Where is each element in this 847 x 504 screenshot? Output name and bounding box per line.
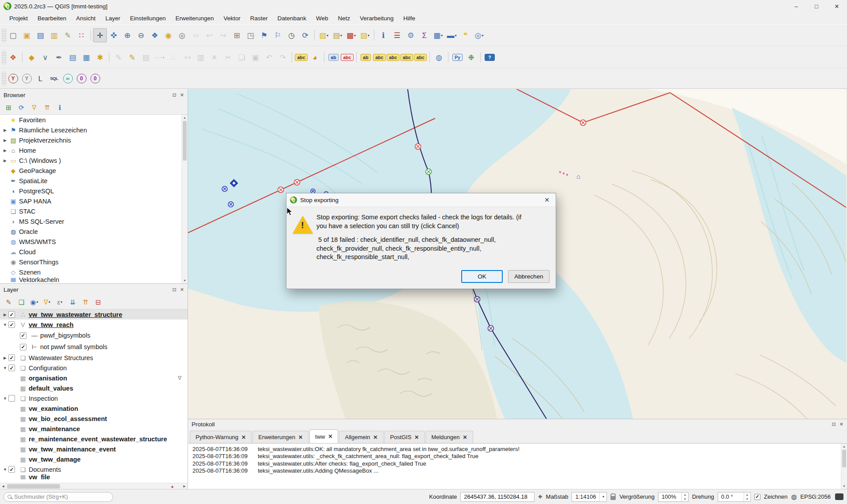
map-canvas[interactable]: ⌂ [188,89,847,419]
browser-stac[interactable]: ❏ STAC [0,206,188,216]
group-inspection[interactable]: ▼ ❏ Inspection ∇ [0,393,188,403]
browser-postgresql[interactable]: ◖ PostgreSQL [0,186,188,196]
add-selected-layers[interactable]: ⊞ [3,102,15,113]
zoom-full[interactable]: ❖ [148,28,162,42]
save-layer-edits[interactable]: ▤ [139,50,153,64]
separator[interactable] [88,28,93,42]
layer-vw-bio-ecol-assessment[interactable]: ▦ vw_bio_ecol_assessment ∇ [0,414,188,424]
label-toolbar-auto[interactable]: ab [327,50,340,64]
scale-lock-icon[interactable] [610,496,616,500]
new-spatialite-layer[interactable]: ✒ [52,50,66,64]
show-statistics[interactable]: Σ [418,28,431,42]
float-panel-icon[interactable]: ⊡ [832,421,836,427]
dropdown-arrow-icon[interactable]: ▾ [327,34,328,38]
symbol-pwwf-bigsymbols[interactable]: — pwwf_bigsymbols ∇ [11,330,188,341]
expand-arrow-icon[interactable]: ▶ [2,148,8,153]
tww-export[interactable]: Y [20,71,34,86]
expand-arrow-icon[interactable]: ▶ [2,312,8,317]
tww-import[interactable]: Y [6,71,20,86]
layer-visibility-checkbox[interactable] [8,311,15,318]
copy-features[interactable]: ❏ [235,50,248,64]
browser-sap-hana[interactable]: ▣ SAP HANA [0,196,188,206]
new-temporary-scratch-layer[interactable]: ✱ [93,50,107,64]
pan-map[interactable]: ✛ [93,28,107,42]
digitize-with-curve[interactable]: ⋯ ▾ [153,50,166,64]
locator-settings[interactable]: ◎ ▾ [472,28,486,42]
statistical-summary[interactable]: ☰ [390,28,404,42]
expand-arrow-icon[interactable]: ▶ [2,128,8,132]
close-tab-icon[interactable]: ✕ [373,434,378,440]
select-features-by-value[interactable]: ▤ ▾ [331,28,344,42]
scroll-up-indicator-icon[interactable]: ▲ [170,484,174,489]
render-checkbox[interactable]: ✓ [754,494,760,500]
add-feature[interactable]: ∴ [166,50,180,64]
symbol-not-pwwf-small-symbols[interactable]: ⊢ not pwwf small symbols ∇ [11,341,188,353]
menu-projekt[interactable]: Projekt [4,13,33,23]
browser-c-windows[interactable]: ▶ ▭ C:\ (Windows ) [0,155,188,165]
zoom-last[interactable]: ↩ [203,28,216,42]
enable-properties-widget[interactable]: ℹ [54,102,66,113]
new-3d-map-view[interactable]: ◳ [244,28,257,42]
open-attribute-table[interactable]: ▦ ▾ [431,28,445,42]
scroll-right-icon[interactable]: ▶ [181,485,188,488]
add-group[interactable]: ❏ [15,297,27,308]
scroll-up-icon[interactable]: ▲ [841,444,847,449]
separator[interactable] [20,50,25,64]
log-tab-erweiterungen[interactable]: Erweiterungen ✕ [252,431,309,443]
dropdown-arrow-icon[interactable]: ▾ [37,300,38,304]
help[interactable]: ? [483,50,497,64]
extent-toggle-icon[interactable]: ⌖ [538,493,542,501]
processing-gear[interactable]: ⚙ [404,28,418,42]
layer-visibility-checkbox[interactable] [20,344,26,350]
layer-diagram-options[interactable]: ◕ [308,50,322,64]
tww-sql-wizard[interactable]: L [34,71,47,86]
new-virtual-layer[interactable]: ▦ [79,50,93,64]
close-tab-icon[interactable]: ✕ [463,434,467,440]
toolbar-grip[interactable] [2,71,6,86]
log-tab-postgis[interactable]: PostGIS ✕ [384,431,425,443]
close-button[interactable]: ✕ [827,0,847,12]
layer-vw-maintenance[interactable]: ▦ vw_maintenance ∇ [0,424,188,434]
close-tab-icon[interactable]: ✕ [414,434,419,440]
layer-visibility-checkbox[interactable] [20,332,26,339]
spin-up-icon[interactable]: ▲ [682,493,688,497]
menu-einstellungen[interactable]: Einstellungen [125,13,170,23]
log-tab-tww[interactable]: tww ✕ [309,429,338,443]
layer-default-values[interactable]: ▦ default_values ∇ [0,383,188,393]
dropdown-arrow-icon[interactable]: ▾ [368,34,369,38]
filter-by-expression[interactable]: ε ▾ [54,297,66,308]
layer-visibility-checkbox[interactable] [8,395,15,402]
browser-scrollbar[interactable]: ▲ ▼ [181,115,188,283]
python-console[interactable]: Py [451,50,464,64]
menu-layer[interactable]: Layer [101,13,125,23]
ok-button[interactable]: OK [461,270,503,283]
menu-vektor[interactable]: Vektor [219,13,245,23]
separator[interactable] [312,28,317,42]
layer-vw-tww-wastewater-structure[interactable]: ▶ ∴ vw_tww_wastewater_structure ∇ [0,309,188,320]
cancel-button[interactable]: Abbrechen [508,270,550,283]
move-label[interactable]: abc [386,50,400,64]
log-tab-meldungen[interactable]: Meldungen ✕ [425,431,473,443]
open-layer-styling[interactable]: ✎ [3,297,15,308]
filter-browser[interactable]: ∇ [28,102,40,113]
new-mesh-layer[interactable]: ▤ [66,50,79,64]
browser-home[interactable]: ▶ ⌂ Home [0,145,188,155]
dropdown-arrow-icon[interactable]: ▾ [441,34,443,38]
expand-arrow-icon[interactable]: ▶ [2,158,8,163]
paste-features[interactable]: ▣ [248,50,262,64]
tww-network-downstream[interactable]: 0 [88,71,102,86]
menu-raster[interactable]: Raster [245,13,273,23]
pin-unpin-labels[interactable]: ab [359,50,373,64]
layer-visibility-checkbox[interactable] [8,466,15,473]
select-by-location[interactable]: ▨ ▾ [358,28,372,42]
dialog-titlebar[interactable]: Q Stop exporting ✕ [286,193,556,207]
log-tab-python-warnung[interactable]: Python-Warnung ✕ [190,431,252,443]
close-tab-icon[interactable]: ✕ [328,433,332,440]
magnifier-spinbox[interactable]: 100% ▲▼ [658,492,689,502]
open-project[interactable]: ▣ [20,28,34,42]
save-project[interactable]: ▤ [34,28,47,42]
undo[interactable]: ↶ [262,50,276,64]
delete-selected[interactable]: ✕ [207,50,221,64]
separator[interactable] [290,50,294,64]
change-label-properties[interactable]: abc [414,50,427,64]
